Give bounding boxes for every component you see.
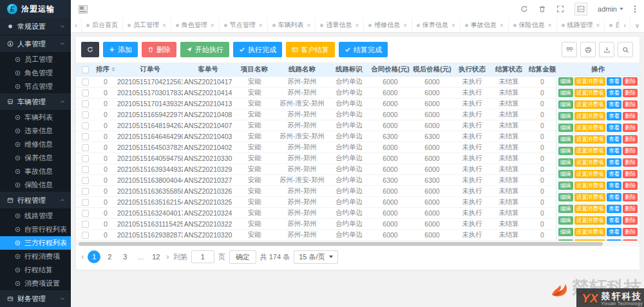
sidebar-section-4[interactable]: 财务管理 <box>0 290 71 307</box>
tabs-scroll-right[interactable]: › <box>619 18 630 32</box>
edit-button[interactable]: 编辑 <box>558 205 573 214</box>
tab-10[interactable]: 线路管理× <box>557 18 605 32</box>
row-checkbox[interactable] <box>82 122 89 129</box>
row-checkbox[interactable] <box>82 166 89 173</box>
sidebar-section-1[interactable]: 人事管理 <box>0 35 71 53</box>
set-expense-button[interactable]: 设置消费项 <box>574 89 606 98</box>
view-button[interactable]: 查看 <box>607 239 621 241</box>
view-button[interactable]: 查看 <box>607 205 621 214</box>
tab-6[interactable]: 维修信息× <box>364 18 412 32</box>
page-button-3[interactable]: 3 <box>118 250 131 263</box>
row-delete-button[interactable]: 删除 <box>623 124 638 133</box>
customer-settle-button[interactable]: 客户结算 <box>286 42 335 57</box>
sort-icon[interactable] <box>111 67 115 71</box>
set-expense-button[interactable]: 设置消费项 <box>574 112 606 121</box>
tab-close-icon[interactable]: × <box>162 22 166 29</box>
tab-close-icon[interactable]: × <box>548 22 552 29</box>
row-checkbox[interactable] <box>82 232 89 239</box>
tab-close-icon[interactable]: × <box>451 22 455 29</box>
set-expense-button[interactable]: 设置消费项 <box>574 181 606 191</box>
view-button[interactable]: 查看 <box>607 147 621 156</box>
view-button[interactable]: 查看 <box>607 112 621 121</box>
tab-7[interactable]: 保养信息× <box>412 18 460 32</box>
tab-8[interactable]: 事故信息× <box>460 18 509 32</box>
edit-button[interactable]: 编辑 <box>558 158 573 167</box>
row-delete-button[interactable]: 删除 <box>623 135 638 144</box>
edit-button[interactable]: 编辑 <box>558 112 573 121</box>
tab-2[interactable]: 角色管理× <box>171 18 220 32</box>
sidebar-section-0[interactable]: 常规设置 <box>0 18 71 35</box>
row-checkbox[interactable] <box>82 89 89 97</box>
row-delete-button[interactable]: 删除 <box>623 89 638 98</box>
row-checkbox[interactable] <box>82 199 89 206</box>
edit-button[interactable]: 编辑 <box>558 193 573 202</box>
refresh-icon[interactable] <box>520 5 528 13</box>
row-delete-button[interactable]: 删除 <box>623 77 638 86</box>
view-button[interactable]: 查看 <box>607 89 621 98</box>
tab-close-icon[interactable]: × <box>596 22 600 29</box>
set-expense-button[interactable]: 设置消费项 <box>574 239 606 241</box>
sidebar-item[interactable]: 员工管理 <box>0 53 71 66</box>
set-expense-button[interactable]: 设置消费项 <box>574 100 606 109</box>
row-delete-button[interactable]: 删除 <box>623 170 638 179</box>
set-expense-button[interactable]: 设置消费项 <box>574 170 606 179</box>
delete-button[interactable]: 删除 <box>142 42 176 57</box>
edit-button[interactable]: 编辑 <box>558 239 573 241</box>
set-expense-button[interactable]: 设置消费项 <box>574 158 606 167</box>
tab-11[interactable]: 自营行程列表× <box>605 18 619 32</box>
sidebar-item[interactable]: 维修信息 <box>0 138 71 151</box>
more-vert-icon[interactable] <box>634 5 636 13</box>
set-expense-button[interactable]: 设置消费项 <box>574 193 606 202</box>
tabs-dropdown[interactable]: ∨ <box>630 18 644 32</box>
tab-5[interactable]: 违章信息× <box>316 18 364 32</box>
set-expense-button[interactable]: 设置消费项 <box>574 228 606 237</box>
sidebar-item[interactable]: 消费项设置 <box>0 277 71 290</box>
row-delete-button[interactable]: 删除 <box>623 100 638 109</box>
page-button-1[interactable]: 1 <box>88 250 100 263</box>
row-checkbox[interactable] <box>82 100 89 107</box>
row-checkbox[interactable] <box>82 188 89 195</box>
page-size-select[interactable]: 15 条/页 <box>294 250 337 264</box>
edit-button[interactable]: 编辑 <box>558 135 573 144</box>
edit-button[interactable]: 编辑 <box>558 181 573 191</box>
goto-page-input[interactable] <box>191 250 214 263</box>
view-button[interactable]: 查看 <box>607 193 621 202</box>
tab-close-icon[interactable]: × <box>211 22 214 29</box>
sidebar-item[interactable]: 行程结算 <box>0 263 71 277</box>
view-button[interactable]: 查看 <box>607 135 621 144</box>
sidebar-item[interactable]: 节点管理 <box>0 80 71 93</box>
sidebar-item[interactable]: 保险信息 <box>0 178 71 192</box>
page-button-2[interactable]: 2 <box>103 250 116 263</box>
sidebar-item[interactable]: 车辆列表 <box>0 111 71 124</box>
search-button[interactable] <box>618 42 633 57</box>
tab-close-icon[interactable]: × <box>403 22 407 29</box>
prev-page-button[interactable]: ‹ <box>81 250 84 263</box>
set-expense-button[interactable]: 设置消费项 <box>574 216 606 225</box>
tab-close-icon[interactable]: × <box>355 22 359 29</box>
tab-close-icon[interactable]: × <box>307 22 311 29</box>
edit-button[interactable]: 编辑 <box>558 124 573 133</box>
edit-button[interactable]: 编辑 <box>558 147 573 156</box>
row-delete-button[interactable]: 删除 <box>623 193 638 202</box>
row-delete-button[interactable]: 删除 <box>623 147 638 156</box>
sidebar-item[interactable]: 保养信息 <box>0 151 71 165</box>
set-expense-button[interactable]: 设置消费项 <box>574 147 606 156</box>
view-button[interactable]: 查看 <box>607 216 621 225</box>
export-button[interactable] <box>599 42 614 57</box>
view-button[interactable]: 查看 <box>607 170 621 179</box>
column-header-0[interactable]: 排序 <box>94 63 117 76</box>
start-exec-button[interactable]: 开始执行 <box>180 42 229 57</box>
tab-1[interactable]: 员工管理× <box>123 18 171 32</box>
sidebar-item[interactable]: 事故信息 <box>0 165 71 178</box>
row-delete-button[interactable]: 删除 <box>623 112 638 121</box>
print-button[interactable] <box>580 42 596 57</box>
row-checkbox[interactable] <box>82 133 89 140</box>
scrollbar-thumb[interactable] <box>79 242 603 246</box>
sidebar-item[interactable]: 线路管理 <box>0 209 71 223</box>
add-button[interactable]: 添加 <box>103 42 138 57</box>
row-checkbox[interactable] <box>82 79 89 86</box>
horizontal-scrollbar[interactable] <box>76 241 639 247</box>
set-expense-button[interactable]: 设置消费项 <box>574 205 606 214</box>
view-button[interactable]: 查看 <box>607 100 621 109</box>
sidebar-item[interactable]: 角色管理 <box>0 66 71 80</box>
